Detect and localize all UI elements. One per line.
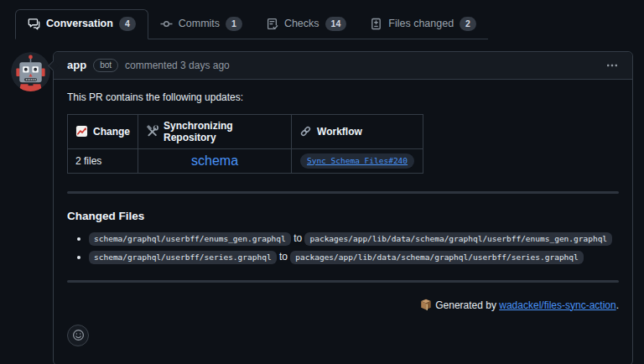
comment-author[interactable]: app (67, 59, 86, 71)
tab-checks-label: Checks (284, 18, 319, 29)
list-item: schema/graphql/userbff/series.graphql to… (77, 251, 619, 263)
table-data-row: 2 files schema Sync Schema Files#240 (68, 148, 423, 173)
comment-timestamp[interactable]: commented 3 days ago (125, 60, 230, 71)
tab-conversation-count: 4 (119, 17, 136, 31)
kebab-menu-icon[interactable] (605, 59, 619, 72)
link-icon (299, 125, 312, 138)
updates-table: Change (67, 114, 423, 174)
tab-conversation-label: Conversation (46, 18, 113, 29)
git-commit-icon (160, 18, 173, 30)
chart-increasing-icon (75, 125, 88, 138)
smiley-icon (72, 329, 85, 341)
tab-checks[interactable]: Checks 14 (254, 10, 358, 39)
tab-commits-label: Commits (179, 18, 220, 29)
package-icon (420, 299, 432, 310)
file-diff-icon (370, 18, 382, 30)
pr-timeline: app bot commented 3 days ago This PR con… (0, 51, 644, 364)
checklist-icon (266, 18, 278, 30)
to-label: to (279, 251, 288, 263)
comment-discussion-icon (28, 18, 40, 30)
tab-commits[interactable]: Commits 1 (148, 10, 254, 39)
col-workflow-label: Workflow (317, 126, 362, 138)
file-path-from: schema/graphql/userbff/series.graphql (89, 251, 277, 264)
file-path-to: packages/app/lib/data/schema/graphql/use… (304, 232, 612, 246)
files-sync-action-link[interactable]: wadackel/files-sync-action (499, 299, 615, 311)
repo-link[interactable]: schema (191, 153, 238, 168)
tab-checks-count: 14 (325, 17, 347, 31)
col-repo-label: Synchronizing Repository (164, 120, 283, 143)
comment-card: app bot commented 3 days ago This PR con… (53, 51, 633, 364)
tab-files-changed-count: 2 (460, 17, 476, 31)
generated-by-line: Generated by wadackel/files-sync-action. (67, 299, 619, 311)
tab-conversation[interactable]: Conversation 4 (15, 9, 148, 39)
workflow-run-link[interactable]: Sync Schema Files#240 (300, 153, 414, 169)
list-item: schema/graphql/userbff/enums_gen.graphql… (77, 232, 619, 244)
bot-avatar[interactable] (11, 52, 50, 91)
to-label: to (293, 232, 302, 244)
tab-commits-count: 1 (226, 17, 242, 31)
add-reaction-button[interactable] (67, 325, 89, 346)
hammer-and-wrench-icon (146, 125, 158, 138)
file-path-from: schema/graphql/userbff/enums_gen.graphql (89, 232, 291, 246)
tab-files-changed[interactable]: Files changed 2 (358, 10, 488, 39)
comment-header: app bot commented 3 days ago (54, 52, 632, 80)
comment-body: This PR contains the following updates: … (54, 80, 632, 364)
file-path-to: packages/app/lib/data/schema/graphql/use… (290, 251, 583, 264)
table-header-row: Change (68, 114, 423, 148)
comment-intro: This PR contains the following updates: (67, 91, 619, 103)
robot-avatar-image (11, 52, 50, 91)
pr-tabnav: Conversation 4 Commits 1 Checks 14 Files… (15, 9, 488, 39)
bot-badge: bot (93, 59, 118, 72)
generated-by-text: Generated by (435, 299, 499, 311)
changed-files-list: schema/graphql/userbff/enums_gen.graphql… (77, 232, 619, 263)
divider (67, 191, 619, 194)
changed-files-heading: Changed Files (67, 210, 619, 222)
change-value-cell: 2 files (68, 148, 138, 173)
generated-by-suffix: . (616, 299, 619, 311)
tab-files-changed-label: Files changed (388, 18, 454, 29)
divider (67, 280, 619, 283)
col-change-label: Change (93, 126, 130, 138)
